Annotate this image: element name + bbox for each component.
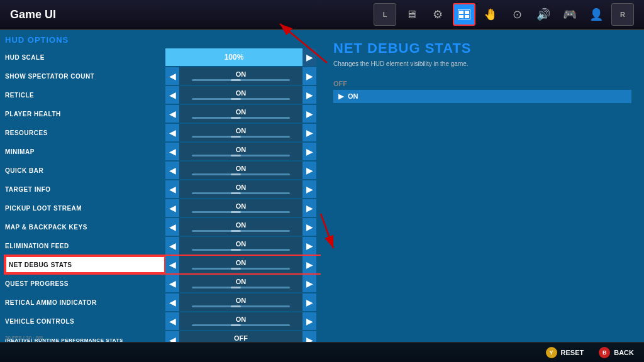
quick-bar-value-box: ON: [179, 162, 303, 179]
quick-bar-left-arrow[interactable]: ◀: [165, 162, 179, 179]
nav-gear-icon[interactable]: ⚙: [426, 3, 449, 26]
option-on-arrow: ▶: [338, 92, 343, 100]
nav-monitor-icon[interactable]: 🖥: [400, 3, 423, 26]
hud-scale-value[interactable]: 100%: [165, 48, 303, 66]
option-off[interactable]: OFF: [333, 77, 631, 90]
elimination-feed-value: ON: [236, 241, 247, 248]
back-action[interactable]: B BACK: [599, 347, 634, 358]
quest-progress-left-arrow[interactable]: ◀: [165, 275, 179, 292]
nav-circles-icon[interactable]: ⊙: [506, 3, 528, 26]
control-minimap: ◀ ON ▶: [165, 143, 316, 160]
label-hud-scale: HUD SCALE: [5, 54, 165, 61]
bottom-bar: Y RESET B BACK: [0, 342, 644, 362]
control-player-health: ◀ ON ▶: [165, 105, 316, 123]
elimination-feed-right-arrow[interactable]: ▶: [303, 237, 316, 255]
runtime-perf-right-arrow[interactable]: ▶: [303, 331, 316, 342]
nav-hud-icon[interactable]: [453, 3, 475, 26]
net-debug-left-arrow[interactable]: ◀: [165, 256, 179, 273]
nav-sound-icon[interactable]: 🔊: [532, 3, 555, 26]
back-key-icon: B: [599, 347, 610, 358]
minimap-left-arrow[interactable]: ◀: [165, 143, 179, 160]
control-retical-ammo: ◀ ON ▶: [165, 293, 316, 311]
pickup-loot-slider: [192, 211, 291, 213]
map-backpack-value-box: ON: [179, 218, 303, 236]
setting-row-hud-scale: HUD SCALE 100% ▶: [5, 48, 321, 66]
quest-progress-value: ON: [236, 278, 247, 285]
reticle-right-arrow[interactable]: ▶: [303, 86, 316, 104]
vehicle-controls-value-box: ON: [179, 312, 303, 330]
label-vehicle-controls: VEHICLE CONTROLS: [5, 318, 165, 325]
control-vehicle-controls: ◀ ON ▶: [165, 312, 316, 330]
setting-row-map-backpack: MAP & BACKPACK KEYS ◀ ON ▶: [5, 218, 321, 236]
quest-progress-right-arrow[interactable]: ▶: [303, 275, 316, 292]
spectator-left-arrow[interactable]: ◀: [165, 67, 179, 85]
nav-L-button[interactable]: L: [374, 3, 396, 26]
nav-controller-icon[interactable]: 🎮: [558, 3, 581, 26]
map-backpack-right-arrow[interactable]: ▶: [303, 218, 316, 236]
resources-left-arrow[interactable]: ◀: [165, 124, 179, 141]
net-debug-value-box: ON: [179, 256, 303, 273]
target-info-left-arrow[interactable]: ◀: [165, 180, 179, 198]
setting-row-minimap: MINIMAP ◀ ON ▶: [5, 143, 321, 160]
vehicle-controls-left-arrow[interactable]: ◀: [165, 312, 179, 330]
player-health-right-arrow[interactable]: ▶: [303, 105, 316, 123]
setting-row-pickup-loot: PICKUP LOOT STREAM ◀ ON ▶: [5, 199, 321, 217]
runtime-perf-value-box: OFF: [179, 331, 303, 342]
setting-row-retical-ammo: RETICAL AMMO INDICATOR ◀ ON ▶: [5, 293, 321, 311]
quick-bar-slider: [192, 173, 291, 175]
elimination-feed-slider: [192, 249, 291, 251]
nav-hand-icon[interactable]: 🤚: [479, 3, 502, 26]
resources-value-box: ON: [179, 124, 303, 141]
control-quest-progress: ◀ ON ▶: [165, 275, 316, 292]
retical-ammo-slider: [192, 305, 291, 307]
label-player-health: PLAYER HEALTH: [5, 111, 165, 118]
label-net-debug: NET DEBUG STATS: [5, 256, 165, 273]
quick-bar-value: ON: [236, 165, 247, 172]
player-health-slider: [192, 117, 291, 119]
nav-person-icon[interactable]: 👤: [585, 3, 608, 26]
reticle-left-arrow[interactable]: ◀: [165, 86, 179, 104]
retical-ammo-right-arrow[interactable]: ▶: [303, 293, 316, 311]
player-health-left-arrow[interactable]: ◀: [165, 105, 179, 123]
minimap-right-arrow[interactable]: ▶: [303, 143, 316, 160]
retical-ammo-left-arrow[interactable]: ◀: [165, 293, 179, 311]
minimap-value-box: ON: [179, 143, 303, 160]
label-retical-ammo: RETICAL AMMO INDICATOR: [5, 299, 165, 306]
vehicle-controls-value: ON: [236, 316, 247, 323]
option-on[interactable]: ▶ ON: [333, 90, 631, 103]
resources-right-arrow[interactable]: ▶: [303, 124, 316, 141]
nav-R-button[interactable]: R: [611, 3, 634, 26]
setting-row-elimination-feed: ELIMINATION FEED ◀ ON ▶: [5, 237, 321, 255]
label-reticle: RETICLE: [5, 92, 165, 99]
option-on-label: ON: [348, 92, 358, 100]
net-debug-right-arrow[interactable]: ▶: [303, 256, 316, 273]
top-bar: Game UI L 🖥 ⚙ 🤚 ⊙ 🔊 🎮 👤 R: [0, 0, 644, 30]
minimap-slider: [192, 155, 291, 156]
pickup-loot-right-arrow[interactable]: ▶: [303, 199, 316, 217]
reset-label: RESET: [561, 349, 584, 356]
control-spectator: ◀ ON ▶: [165, 67, 316, 85]
label-elimination-feed: ELIMINATION FEED: [5, 243, 165, 250]
map-backpack-slider: [192, 230, 291, 232]
quick-bar-right-arrow[interactable]: ▶: [303, 162, 316, 179]
quest-progress-value-box: ON: [179, 275, 303, 292]
retical-ammo-value-box: ON: [179, 293, 303, 311]
reticle-value-box: ON: [179, 86, 303, 104]
vehicle-controls-right-arrow[interactable]: ▶: [303, 312, 316, 330]
hud-scale-right-arrow[interactable]: ▶: [303, 48, 316, 66]
target-info-slider: [192, 192, 291, 194]
back-label: BACK: [614, 349, 634, 356]
reset-action[interactable]: Y RESET: [546, 347, 584, 358]
svg-rect-4: [465, 15, 469, 18]
pickup-loot-left-arrow[interactable]: ◀: [165, 199, 179, 217]
reticle-value: ON: [236, 90, 247, 97]
spectator-slider: [192, 79, 291, 81]
settings-list: HUD SCALE 100% ▶ SHOW SPECTATOR COUNT ◀ …: [5, 48, 321, 342]
spectator-right-arrow[interactable]: ▶: [303, 67, 316, 85]
target-info-right-arrow[interactable]: ▶: [303, 180, 316, 198]
left-panel: HUD OPTIONS HUD SCALE 100% ▶ SHOW SPECTA…: [0, 30, 321, 342]
map-backpack-left-arrow[interactable]: ◀: [165, 218, 179, 236]
runtime-perf-left-arrow[interactable]: ◀: [165, 331, 179, 342]
elimination-feed-left-arrow[interactable]: ◀: [165, 237, 179, 255]
control-target-info: ◀ ON ▶: [165, 180, 316, 198]
